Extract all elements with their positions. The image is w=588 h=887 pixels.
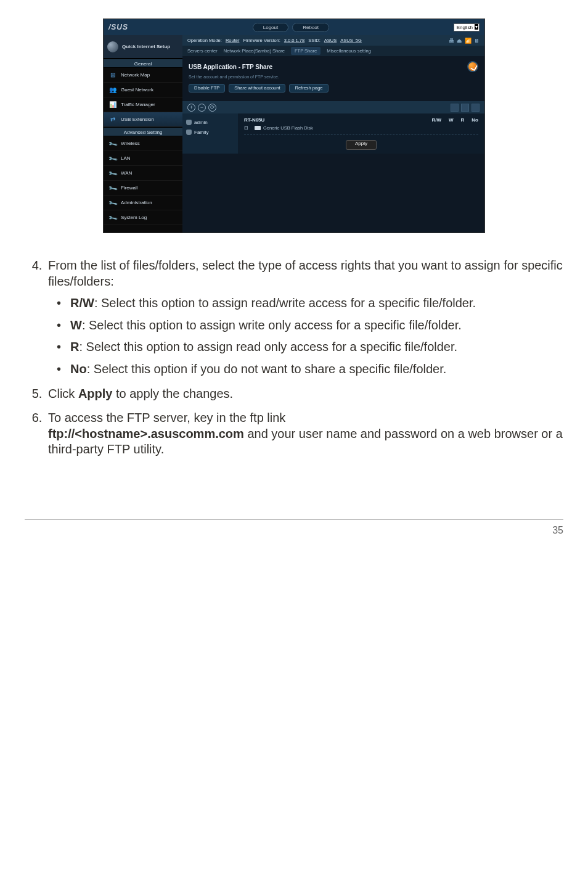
step-6: To access the FTP server, key in the ftp… xyxy=(46,410,563,458)
reboot-button[interactable]: Reboot xyxy=(292,23,329,32)
qis-label: Quick Internet Setup xyxy=(122,44,170,49)
toolbar-action-icon[interactable] xyxy=(461,104,469,112)
instruction-list: From the list of files/folders, select t… xyxy=(25,258,563,458)
remove-account-button[interactable]: − xyxy=(198,104,206,112)
share-without-account-button[interactable]: Share without account xyxy=(229,84,285,93)
wrench-icon: 🔧 xyxy=(107,152,118,164)
asus-logo: /SUS xyxy=(108,23,128,31)
drive-icon xyxy=(255,126,261,130)
wifi-icon: 📶 xyxy=(465,38,472,44)
sidebar-item-usb-extension[interactable]: ⇄USB Extension xyxy=(104,112,182,127)
step-4: From the list of files/folders, select t… xyxy=(46,258,563,377)
user-row[interactable]: admin xyxy=(186,117,234,127)
divider xyxy=(244,134,478,135)
usb-status-icon: ⏏ xyxy=(457,38,462,44)
panel-title: USB Application - FTP Share xyxy=(189,64,272,70)
drive-row[interactable]: ⊟Generic USB Flash Disk xyxy=(244,125,478,131)
option-w: W: Select this option to assign write on… xyxy=(67,318,563,334)
col-rw: R/W xyxy=(431,117,441,123)
ftp-service-icon xyxy=(467,61,478,72)
traffic-manager-icon: 📊 xyxy=(108,101,117,109)
tab-servers-center[interactable]: Servers center xyxy=(187,48,218,54)
user-row[interactable]: Family xyxy=(186,127,234,137)
share-panel: RT-N65U R/W W R No ⊟Generic USB Flash Di… xyxy=(238,113,484,154)
option-rw: R/W: Select this option to assign read/w… xyxy=(67,295,563,311)
sidebar-item-wan[interactable]: 🔧WAN xyxy=(104,166,182,181)
refresh-page-button[interactable]: Refresh page xyxy=(289,84,328,93)
page-footer: 35 xyxy=(25,519,563,536)
apply-button[interactable]: Apply xyxy=(346,140,377,150)
device-name: RT-N65U xyxy=(244,117,264,123)
status-bar: Operation Mode: Router Firmware Version:… xyxy=(182,35,484,46)
wrench-icon: 🔧 xyxy=(107,212,118,223)
add-account-button[interactable]: + xyxy=(187,104,195,112)
page-number: 35 xyxy=(552,525,563,535)
operation-mode-link[interactable]: Router xyxy=(226,38,240,43)
sidebar-head-advanced: Advanced Setting xyxy=(104,127,182,136)
col-w: W xyxy=(449,117,454,123)
content-panel: Operation Mode: Router Firmware Version:… xyxy=(182,35,484,233)
ssid-link-2[interactable]: ASUS_5G xyxy=(340,38,362,43)
usb-extension-icon: ⇄ xyxy=(108,115,117,124)
user-icon xyxy=(186,130,192,135)
sidebar-item-qis[interactable]: Quick Internet Setup xyxy=(104,35,182,59)
pc-icon: 🖥 xyxy=(474,38,480,44)
sidebar-item-lan[interactable]: 🔧LAN xyxy=(104,151,182,166)
wrench-icon: 🔧 xyxy=(107,182,118,194)
printer-icon: 🖶 xyxy=(449,38,454,44)
router-admin-screenshot: /SUS Logout Reboot English Quick Interne… xyxy=(103,19,485,233)
language-select[interactable]: English xyxy=(454,23,480,31)
tab-ftp-share[interactable]: FTP Share xyxy=(291,47,321,55)
sidebar-item-network-map[interactable]: ⊞Network Map xyxy=(104,68,182,83)
user-list: admin Family xyxy=(182,113,238,154)
panel-subtitle: Set the account and permission of FTP se… xyxy=(189,75,478,79)
tab-misc-setting[interactable]: Miscellaneous setting xyxy=(327,48,371,54)
toolbar-action-icon[interactable] xyxy=(451,104,459,112)
topbar: /SUS Logout Reboot English xyxy=(104,19,484,35)
col-r: R xyxy=(461,117,465,123)
network-map-icon: ⊞ xyxy=(108,71,117,80)
sidebar-item-traffic-manager[interactable]: 📊Traffic Manager xyxy=(104,97,182,112)
step-5: Click Apply to apply the changes. xyxy=(46,386,563,402)
col-no: No xyxy=(472,117,478,123)
globe-icon xyxy=(107,41,118,52)
option-r: R: Select this option to assign read onl… xyxy=(67,339,563,355)
sidebar-item-system-log[interactable]: 🔧System Log xyxy=(104,210,182,225)
sidebar-item-administration[interactable]: 🔧Administration xyxy=(104,196,182,210)
ssid-link-1[interactable]: ASUS xyxy=(324,38,337,43)
sidebar-item-firewall[interactable]: 🔧Firewall xyxy=(104,181,182,196)
disable-ftp-button[interactable]: Disable FTP xyxy=(189,84,225,93)
edit-account-button[interactable]: ⟳ xyxy=(208,104,216,112)
option-no: No: Select this option if you do not wan… xyxy=(67,361,563,377)
wrench-icon: 🔧 xyxy=(107,167,118,179)
wrench-icon: 🔧 xyxy=(107,197,118,208)
account-toolbar: + − ⟳ xyxy=(182,101,484,113)
wrench-icon: 🔧 xyxy=(107,138,118,149)
logout-button[interactable]: Logout xyxy=(253,23,288,32)
firmware-version-link[interactable]: 3.0.0.1.78 xyxy=(284,38,304,43)
tab-samba-share[interactable]: Network Place(Samba) Share xyxy=(224,48,285,54)
tab-bar: Servers center Network Place(Samba) Shar… xyxy=(182,46,484,56)
sidebar-head-general: General xyxy=(104,59,182,68)
guest-network-icon: 👥 xyxy=(108,86,117,94)
user-icon xyxy=(186,120,192,125)
sidebar: Quick Internet Setup General ⊞Network Ma… xyxy=(104,35,182,233)
sidebar-item-guest-network[interactable]: 👥Guest Network xyxy=(104,83,182,97)
toolbar-action-icon[interactable] xyxy=(472,104,480,112)
sidebar-item-wireless[interactable]: 🔧Wireless xyxy=(104,136,182,151)
